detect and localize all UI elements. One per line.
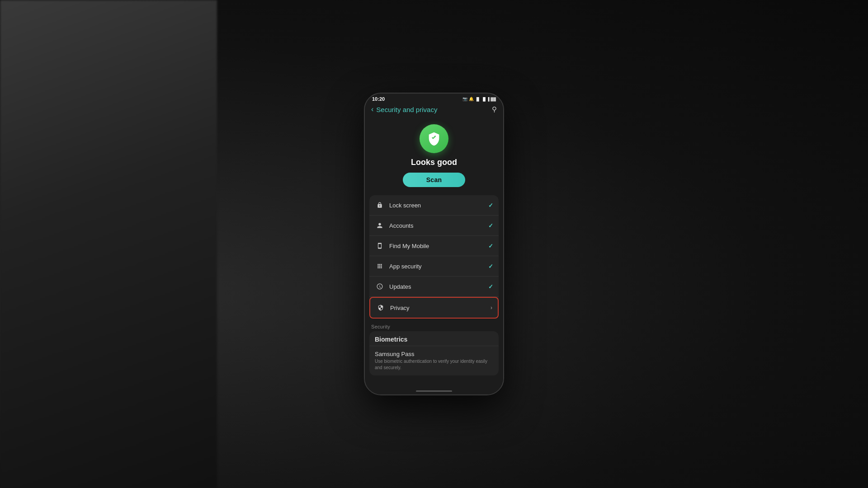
privacy-label: Privacy [390, 305, 491, 311]
shield-icon [426, 131, 442, 146]
security-section-label: Security [365, 321, 503, 331]
search-icon[interactable]: ⚲ [492, 105, 497, 113]
lock-screen-label: Lock screen [389, 202, 488, 209]
battery-icon: ▓▓ [491, 97, 496, 101]
accounts-label: Accounts [389, 222, 488, 229]
menu-list: Lock screen ✓ Accounts ✓ [369, 195, 499, 319]
menu-item-app-security[interactable]: App security ✓ [369, 256, 499, 277]
status-icons: 📷 🔔 ▐▌ ▐▌▐ ▓▓ [462, 97, 496, 101]
sound-icon: 🔔 [469, 97, 474, 101]
samsung-pass-item[interactable]: Samsung Pass Use biometric authenticatio… [369, 346, 499, 375]
menu-item-accounts[interactable]: Accounts ✓ [369, 216, 499, 236]
phone-shell: 10:20 📷 🔔 ▐▌ ▐▌▐ ▓▓ ‹ Security and priva… [364, 93, 504, 395]
background-desk [0, 0, 217, 488]
privacy-icon [376, 303, 386, 313]
biometrics-section: Biometrics Samsung Pass Use biometric au… [369, 331, 499, 375]
bottom-indicator [416, 390, 452, 392]
biometrics-header: Biometrics [369, 331, 499, 346]
find-my-mobile-check: ✓ [488, 243, 493, 249]
lock-icon [375, 200, 385, 210]
app-header: ‹ Security and privacy ⚲ [365, 103, 503, 117]
menu-item-privacy[interactable]: Privacy › [369, 297, 499, 319]
menu-item-lock-screen[interactable]: Lock screen ✓ [369, 195, 499, 216]
status-bar: 10:20 📷 🔔 ▐▌ ▐▌▐ ▓▓ [365, 94, 503, 103]
shield-circle [420, 124, 448, 153]
scan-button[interactable]: Scan [403, 173, 466, 187]
menu-item-find-my-mobile[interactable]: Find My Mobile ✓ [369, 236, 499, 256]
privacy-chevron: › [491, 305, 492, 311]
updates-check: ✓ [488, 283, 493, 290]
lock-screen-check: ✓ [488, 202, 493, 209]
bottom-bar [365, 388, 503, 394]
find-mobile-icon [375, 241, 385, 251]
back-button[interactable]: ‹ [371, 105, 373, 113]
header-title: Security and privacy [376, 106, 437, 113]
looks-good-text: Looks good [411, 158, 457, 167]
updates-label: Updates [389, 283, 488, 290]
app-security-check: ✓ [488, 263, 493, 270]
accounts-check: ✓ [488, 222, 493, 229]
accounts-icon [375, 221, 385, 230]
scroll-content[interactable]: Looks good Scan Lock screen ✓ [365, 117, 503, 388]
find-my-mobile-label: Find My Mobile [389, 243, 488, 249]
status-time: 10:20 [372, 96, 385, 102]
updates-icon [375, 282, 385, 291]
menu-item-updates[interactable]: Updates ✓ [369, 277, 499, 297]
wifi-icon: ▐▌ [475, 97, 480, 101]
hero-section: Looks good Scan [365, 117, 503, 195]
header-left: ‹ Security and privacy [371, 105, 437, 113]
signal-icon: ▐▌▐ [481, 97, 489, 101]
phone-wrapper: 10:20 📷 🔔 ▐▌ ▐▌▐ ▓▓ ‹ Security and priva… [364, 93, 504, 395]
app-security-icon [375, 261, 385, 271]
camera-icon: 📷 [462, 97, 467, 101]
app-security-label: App security [389, 263, 488, 270]
samsung-pass-title: Samsung Pass [375, 351, 493, 357]
samsung-pass-desc: Use biometric authentication to verify y… [375, 358, 493, 371]
